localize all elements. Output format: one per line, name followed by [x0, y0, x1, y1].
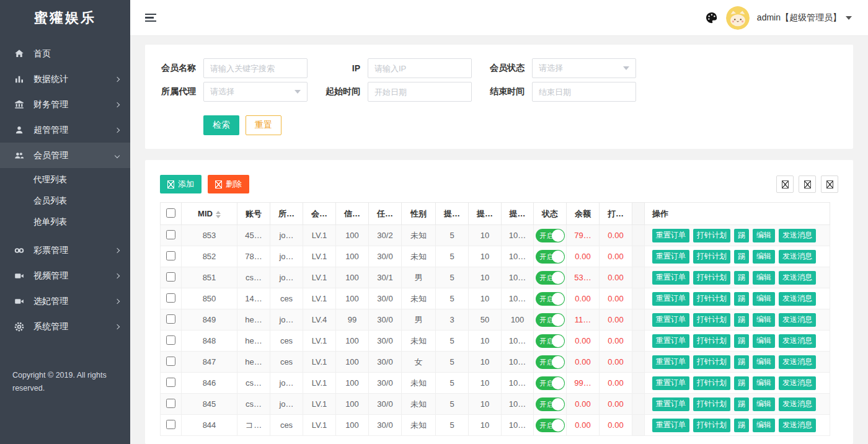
row-action-button[interactable]: 发送消息: [779, 376, 816, 390]
row-action-button[interactable]: 打针计划: [693, 334, 730, 348]
status-toggle[interactable]: 开启: [536, 334, 565, 348]
row-action-button[interactable]: 重置订单: [652, 313, 689, 327]
row-action-button[interactable]: 重置订单: [652, 355, 689, 369]
row-action-button[interactable]: 踢: [734, 250, 749, 264]
row-action-button[interactable]: 打针计划: [693, 376, 730, 390]
row-action-button[interactable]: 编辑: [753, 397, 775, 411]
sidebar-item-finance[interactable]: 财务管理: [0, 92, 130, 117]
row-action-button[interactable]: 打针计划: [693, 313, 730, 327]
row-action-button[interactable]: 发送消息: [779, 271, 816, 285]
row-action-button[interactable]: 编辑: [753, 419, 775, 432]
status-toggle[interactable]: 开启: [536, 397, 565, 411]
status-toggle[interactable]: 开启: [536, 376, 565, 390]
add-button[interactable]: 添加: [160, 175, 202, 193]
sidebar-item-superadmin[interactable]: 超管管理: [0, 117, 130, 143]
row-action-button[interactable]: 重置订单: [652, 419, 689, 432]
start-date-input[interactable]: [368, 82, 472, 102]
row-action-button[interactable]: 踢: [734, 419, 749, 432]
member-name-input[interactable]: [203, 58, 308, 78]
sidebar-item-members[interactable]: 会员管理: [0, 143, 130, 168]
row-action-button[interactable]: 编辑: [753, 376, 775, 390]
delete-button[interactable]: 删除: [208, 175, 249, 193]
row-action-button[interactable]: 编辑: [753, 229, 775, 242]
row-action-button[interactable]: 重置订单: [652, 376, 689, 390]
ip-input[interactable]: [368, 58, 472, 78]
reset-button[interactable]: 重置: [246, 115, 281, 135]
column-mid[interactable]: MID: [182, 203, 237, 225]
sidebar-item-concubine[interactable]: 选妃管理: [0, 288, 130, 314]
sidebar-item-statistics[interactable]: 数据统计: [0, 66, 130, 92]
row-action-button[interactable]: 发送消息: [779, 419, 816, 432]
row-checkbox[interactable]: [166, 314, 175, 324]
row-checkbox[interactable]: [166, 420, 175, 429]
row-action-button[interactable]: 编辑: [753, 313, 775, 327]
row-action-button[interactable]: 踢: [734, 334, 749, 348]
status-toggle[interactable]: 开启: [536, 271, 565, 285]
row-action-button[interactable]: 打针计划: [693, 271, 730, 285]
row-action-button[interactable]: 发送消息: [779, 397, 816, 411]
avatar[interactable]: [726, 6, 750, 30]
row-action-button[interactable]: 踢: [734, 355, 749, 369]
row-action-button[interactable]: 编辑: [753, 250, 775, 264]
row-action-button[interactable]: 发送消息: [779, 355, 816, 369]
sidebar-subitem-grab-list[interactable]: 抢单列表: [0, 211, 130, 233]
row-action-button[interactable]: 打针计划: [693, 250, 730, 264]
row-action-button[interactable]: 重置订单: [652, 397, 689, 411]
row-action-button[interactable]: 踢: [734, 376, 749, 390]
row-action-button[interactable]: 重置订单: [652, 271, 689, 285]
select-all-checkbox[interactable]: [166, 208, 175, 218]
sidebar-item-lottery[interactable]: 彩票管理: [0, 238, 130, 263]
row-checkbox[interactable]: [166, 335, 175, 345]
row-action-button[interactable]: 打针计划: [693, 419, 730, 432]
user-menu[interactable]: admin【超级管理员】: [757, 12, 852, 24]
sidebar-subitem-member-list[interactable]: 会员列表: [0, 190, 130, 211]
status-toggle[interactable]: 开启: [536, 419, 565, 432]
row-action-button[interactable]: 踢: [734, 313, 749, 327]
row-action-button[interactable]: 发送消息: [779, 229, 816, 242]
row-action-button[interactable]: 发送消息: [779, 334, 816, 348]
row-action-button[interactable]: 重置订单: [652, 250, 689, 264]
row-action-button[interactable]: 重置订单: [652, 229, 689, 242]
search-button[interactable]: 检索: [203, 115, 239, 135]
member-status-select[interactable]: 请选择: [532, 58, 636, 78]
toolbar-icon-button-3[interactable]: [821, 175, 838, 193]
theme-palette-icon[interactable]: [705, 11, 719, 25]
status-toggle[interactable]: 开启: [536, 292, 565, 306]
sidebar-item-system[interactable]: 系统管理: [0, 314, 130, 339]
row-checkbox[interactable]: [166, 230, 175, 239]
row-action-button[interactable]: 编辑: [753, 334, 775, 348]
row-action-button[interactable]: 踢: [734, 271, 749, 285]
row-action-button[interactable]: 编辑: [753, 292, 775, 306]
menu-toggle-button[interactable]: [145, 14, 157, 22]
agent-select[interactable]: 请选择: [203, 82, 308, 102]
row-action-button[interactable]: 打针计划: [693, 229, 730, 242]
row-checkbox[interactable]: [166, 357, 175, 366]
row-checkbox[interactable]: [166, 272, 175, 282]
row-action-button[interactable]: 发送消息: [779, 313, 816, 327]
toolbar-icon-button-2[interactable]: [799, 175, 816, 193]
row-checkbox[interactable]: [166, 293, 175, 303]
row-action-button[interactable]: 打针计划: [693, 292, 730, 306]
status-toggle[interactable]: 开启: [536, 313, 565, 327]
row-checkbox[interactable]: [166, 251, 175, 260]
status-toggle[interactable]: 开启: [536, 229, 565, 242]
status-toggle[interactable]: 开启: [536, 355, 565, 369]
row-action-button[interactable]: 打针计划: [693, 355, 730, 369]
row-action-button[interactable]: 编辑: [753, 355, 775, 369]
sidebar-item-home[interactable]: 首页: [0, 41, 130, 66]
row-action-button[interactable]: 踢: [734, 397, 749, 411]
row-checkbox[interactable]: [166, 399, 175, 408]
row-action-button[interactable]: 重置订单: [652, 292, 689, 306]
sidebar-subitem-agent-list[interactable]: 代理列表: [0, 169, 130, 190]
row-action-button[interactable]: 发送消息: [779, 292, 816, 306]
row-action-button[interactable]: 踢: [734, 292, 749, 306]
status-toggle[interactable]: 开启: [536, 250, 565, 264]
row-action-button[interactable]: 发送消息: [779, 250, 816, 264]
toolbar-icon-button-1[interactable]: [776, 175, 794, 193]
row-action-button[interactable]: 踢: [734, 229, 749, 242]
row-action-button[interactable]: 打针计划: [693, 397, 730, 411]
row-checkbox[interactable]: [166, 378, 175, 387]
end-date-input[interactable]: [532, 82, 636, 102]
row-action-button[interactable]: 编辑: [753, 271, 775, 285]
row-action-button[interactable]: 重置订单: [652, 334, 689, 348]
